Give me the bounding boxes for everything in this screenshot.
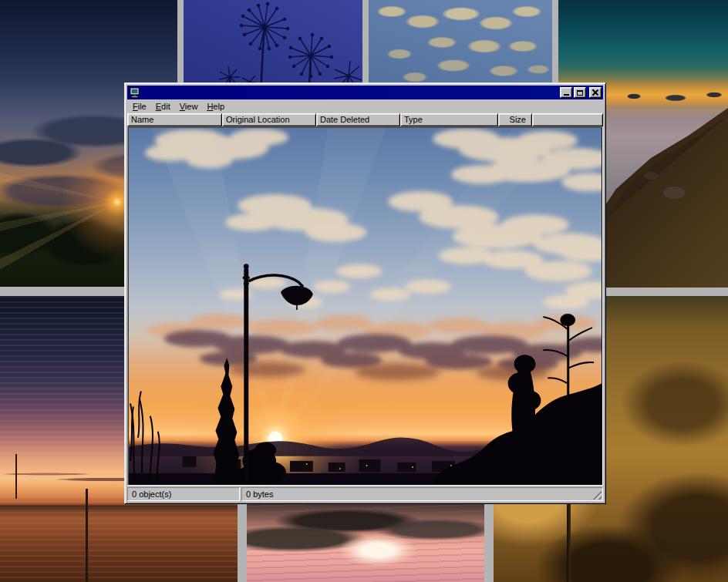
status-byte-count: 0 bytes <box>241 487 603 501</box>
column-header-name[interactable]: Name <box>127 113 222 126</box>
minimize-button[interactable] <box>560 87 572 98</box>
menu-edit[interactable]: Edit <box>151 100 175 113</box>
sunset-photo-art <box>129 128 602 484</box>
column-header-size[interactable]: Size <box>498 113 532 126</box>
title-bar[interactable] <box>127 86 603 99</box>
maximize-button[interactable] <box>574 87 586 98</box>
column-header-date-deleted[interactable]: Date Deleted <box>316 113 400 126</box>
water-pole-small <box>15 454 17 499</box>
status-bytes-label: 0 bytes <box>246 489 273 499</box>
minimize-icon <box>564 94 569 96</box>
list-view[interactable] <box>127 126 603 486</box>
list-view-background-photo <box>129 128 602 484</box>
menu-file[interactable]: File <box>128 100 151 113</box>
maximize-icon <box>577 90 583 96</box>
resize-grip-icon[interactable] <box>592 489 602 500</box>
status-bar: 0 object(s) 0 bytes <box>127 486 603 501</box>
computer-icon <box>129 87 141 99</box>
menu-help[interactable]: Help <box>202 100 229 113</box>
column-header-filler <box>532 113 603 126</box>
menu-bar: File Edit View Help <box>127 99 603 113</box>
recycle-bin-window: File Edit View Help Name Original Locati… <box>124 82 606 504</box>
close-icon <box>592 89 598 96</box>
column-header-original-location[interactable]: Original Location <box>222 113 316 126</box>
status-object-count: 0 object(s) <box>127 487 240 501</box>
menu-view[interactable]: View <box>175 100 203 113</box>
list-column-headers: Name Original Location Date Deleted Type… <box>127 113 603 126</box>
close-button[interactable] <box>589 87 602 98</box>
water-pole <box>86 489 88 582</box>
column-header-type[interactable]: Type <box>400 113 498 126</box>
desktop-wallpaper: File Edit View Help Name Original Locati… <box>0 0 728 582</box>
